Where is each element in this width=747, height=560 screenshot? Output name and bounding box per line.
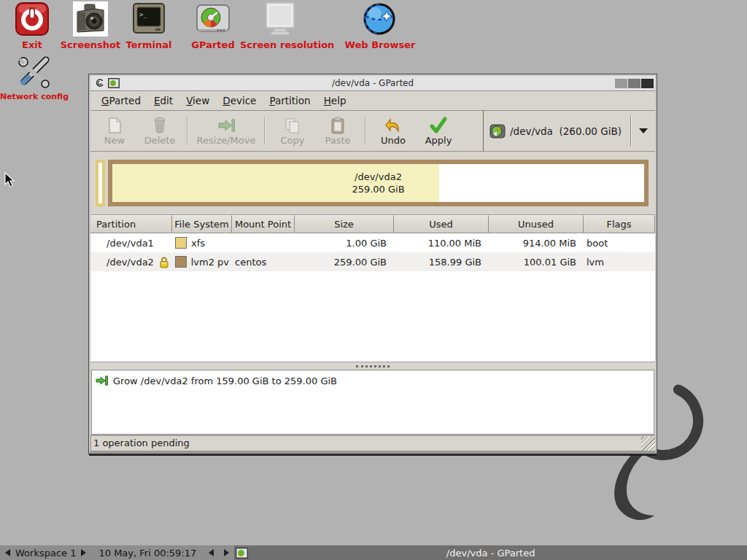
- globe-icon: [363, 1, 398, 36]
- filesystem-color-swatch: [175, 237, 187, 249]
- window-title: /dev/vda - GParted: [90, 78, 655, 88]
- toolbar-separator: [264, 117, 266, 145]
- mouse-cursor: [4, 172, 15, 188]
- monitor-icon: [263, 1, 298, 36]
- disk-visual-vda2[interactable]: /dev/vda2 259.00 GiB: [108, 160, 649, 206]
- operation-item[interactable]: Grow /dev/vda2 from 159.00 GiB to 259.00…: [92, 370, 654, 386]
- gparted-window: /dev/vda - GParted GParted Edit View Dev…: [89, 74, 657, 454]
- task-title: /dev/vda - GParted: [234, 548, 747, 559]
- undo-icon: [384, 116, 402, 135]
- menu-view[interactable]: View: [179, 93, 216, 109]
- cell-mountpoint: [232, 233, 295, 252]
- cell-filesystem: lvm2 pv: [172, 252, 232, 271]
- filesystem-color-swatch: [175, 256, 187, 268]
- menu-gparted[interactable]: GParted: [95, 93, 147, 109]
- desktop-icon-network-config[interactable]: Network config: [0, 54, 74, 101]
- paste-button[interactable]: Paste: [315, 113, 360, 149]
- tasklist-prev-icon[interactable]: [209, 549, 214, 556]
- task-app-icon: [236, 548, 248, 559]
- new-button[interactable]: New: [92, 113, 137, 149]
- cell-size: 1.00 GiB: [295, 233, 394, 252]
- chevron-down-icon: [639, 128, 648, 133]
- column-header-used[interactable]: Used: [394, 215, 489, 233]
- camera-icon: [73, 1, 108, 36]
- device-disk-icon: [489, 123, 506, 139]
- cell-unused: 914.00 MiB: [489, 233, 584, 252]
- column-header-filesystem[interactable]: File System: [172, 215, 232, 233]
- operation-text: Grow /dev/vda2 from 159.00 GiB to 259.00…: [113, 376, 337, 386]
- disk-visual-vda1[interactable]: [96, 160, 105, 206]
- tools-icon: [17, 54, 52, 89]
- desktop: Exit Screenshot >_ Term: [0, 0, 747, 560]
- disk-visual-partition-name: /dev/vda2: [355, 171, 402, 183]
- pending-operations-pane: Grow /dev/vda2 from 159.00 GiB to 259.00…: [91, 370, 654, 435]
- cell-partition: /dev/vda1: [90, 233, 172, 252]
- table-row-vda2[interactable]: /dev/vda2 lvm2 pv centos 259.00 GiB: [90, 252, 655, 271]
- cell-used: 110.00 MiB: [394, 233, 489, 252]
- column-header-partition[interactable]: Partition: [90, 215, 172, 233]
- cell-partition: /dev/vda2: [90, 252, 172, 271]
- desktop-icon-label: Web Browser: [340, 39, 420, 50]
- taskbar: Workspace 1 10 May, Fri 00:59:17 /dev/vd…: [0, 545, 747, 560]
- task-button-gparted[interactable]: /dev/vda - GParted: [234, 545, 747, 560]
- disk-visual-partition-size: 259.00 GiB: [352, 183, 404, 195]
- minimize-button[interactable]: [615, 79, 627, 88]
- paste-icon: [330, 116, 345, 135]
- column-header-size[interactable]: Size: [295, 215, 394, 233]
- toolbar-separator: [187, 117, 188, 145]
- cell-filesystem: xfs: [172, 233, 232, 252]
- tasklist-next-icon[interactable]: [224, 549, 229, 556]
- menu-help[interactable]: Help: [317, 93, 353, 109]
- device-selector-value: /dev/vda (260.00 GiB): [510, 125, 622, 137]
- menu-device[interactable]: Device: [216, 93, 263, 109]
- workspace-prev-icon[interactable]: [5, 549, 10, 556]
- svg-text:>_: >_: [139, 11, 147, 18]
- resize-move-icon: [217, 116, 236, 135]
- new-partition-icon: [107, 116, 123, 135]
- disk-gauge-icon: [196, 1, 231, 36]
- disk-visual-area: /dev/vda2 259.00 GiB: [90, 152, 655, 214]
- trash-icon: [152, 116, 167, 135]
- apply-button[interactable]: Apply: [416, 113, 461, 149]
- column-header-mountpoint[interactable]: Mount Point: [232, 215, 295, 233]
- cell-mountpoint: centos: [232, 252, 295, 271]
- device-selector-divider: [630, 115, 632, 147]
- desktop-icon-screen-resolution[interactable]: Screen resolution: [240, 1, 320, 50]
- close-button[interactable]: [641, 79, 654, 88]
- toolbar: New Delete Resize/Move: [90, 111, 655, 152]
- cell-used: 158.99 GiB: [394, 252, 489, 271]
- device-selector[interactable]: /dev/vda (260.00 GiB): [483, 111, 655, 151]
- maximize-button[interactable]: [628, 79, 640, 88]
- column-header-flags[interactable]: Flags: [584, 215, 655, 233]
- desktop-icon-label: Network config: [0, 92, 74, 101]
- menubar: GParted Edit View Device Partition Help: [90, 91, 655, 111]
- undo-button[interactable]: Undo: [371, 113, 416, 149]
- copy-button[interactable]: Copy: [270, 113, 315, 149]
- workspace-next-icon[interactable]: [81, 549, 86, 556]
- splitter-grip-icon: [356, 365, 390, 368]
- grow-operation-icon: [96, 375, 108, 386]
- desktop-icon-label: Screen resolution: [240, 39, 320, 50]
- cell-flags: lvm: [584, 252, 655, 271]
- table-row-vda1[interactable]: /dev/vda1 xfs 1.00 GiB 110.00 MiB 914.00…: [90, 233, 655, 252]
- partition-table-header: Partition File System Mount Point Size U…: [90, 214, 655, 233]
- titlebar[interactable]: /dev/vda - GParted: [90, 76, 655, 91]
- statusbar: 1 operation pending: [90, 435, 655, 451]
- cell-size: 259.00 GiB: [295, 252, 394, 271]
- menu-partition[interactable]: Partition: [263, 93, 317, 109]
- apply-check-icon: [429, 116, 448, 135]
- disk-visual-label: /dev/vda2 259.00 GiB: [112, 164, 644, 202]
- resize-move-button[interactable]: Resize/Move: [193, 113, 260, 149]
- terminal-icon: >_: [131, 1, 166, 36]
- statusbar-text: 1 operation pending: [90, 438, 190, 448]
- lock-icon: [159, 256, 169, 268]
- desktop-icon-web-browser[interactable]: Web Browser: [340, 1, 420, 50]
- column-header-unused[interactable]: Unused: [489, 215, 584, 233]
- workspace-label[interactable]: Workspace 1: [15, 548, 76, 559]
- copy-icon: [284, 116, 301, 135]
- pane-splitter[interactable]: [90, 362, 655, 370]
- menu-edit[interactable]: Edit: [147, 93, 179, 109]
- window-resize-grip[interactable]: [641, 437, 655, 451]
- toolbar-separator: [365, 117, 366, 145]
- delete-button[interactable]: Delete: [137, 113, 182, 149]
